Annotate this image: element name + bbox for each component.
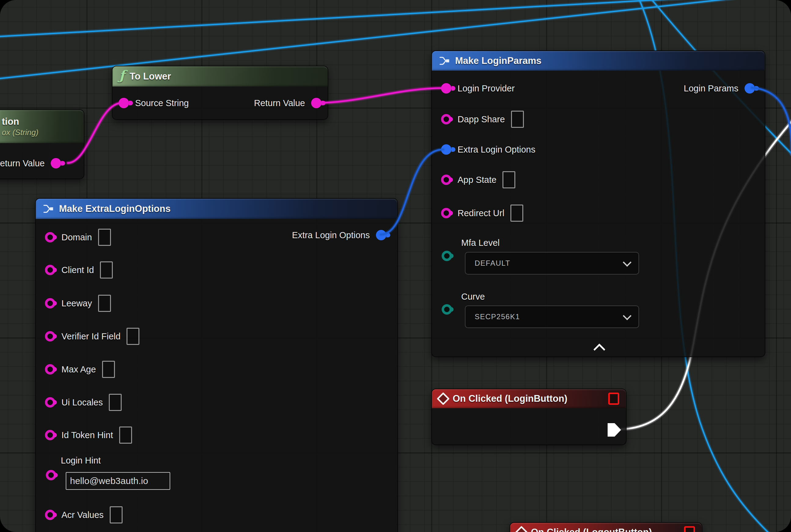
ui-locales-pin[interactable]: [45, 397, 55, 407]
node-partial-function[interactable]: tion ox (String) eturn Value: [0, 110, 84, 179]
mfa-level-value: DEFAULT: [475, 259, 510, 268]
node-on-clicked-logoutbutton-header[interactable]: On Clicked (LogoutButton): [510, 523, 702, 532]
event-icon: [515, 526, 528, 532]
curve-value: SECP256K1: [475, 312, 520, 321]
app-state-pin[interactable]: [441, 175, 451, 185]
mfa-level-label: Mfa Level: [461, 238, 500, 248]
blueprint-canvas[interactable]: tion ox (String) eturn Value ƒ To Lower …: [0, 0, 791, 532]
node-partial-function-header[interactable]: tion ox (String): [0, 110, 84, 143]
delegate-pin-icon[interactable]: [608, 393, 619, 405]
node-title: On Clicked (LoginButton): [453, 393, 567, 404]
node-on-clicked-logoutbutton[interactable]: On Clicked (LogoutButton): [509, 522, 702, 532]
dapp-share-label: Dapp Share: [458, 114, 505, 125]
max-age-value-field[interactable]: [102, 361, 115, 378]
chevron-down-icon: [623, 258, 632, 267]
app-state-value-field[interactable]: [502, 171, 515, 188]
source-string-input-pin[interactable]: [119, 98, 129, 108]
verifier-id-field-pin[interactable]: [45, 331, 55, 342]
login-params-output-pin[interactable]: [745, 83, 755, 94]
function-icon: ƒ: [119, 69, 125, 82]
login-hint-label: Login Hint: [61, 456, 101, 466]
client-id-value-field[interactable]: [100, 261, 113, 279]
curve-dropdown[interactable]: SECP256K1: [465, 305, 639, 328]
extra-login-options-input-pin[interactable]: [441, 144, 451, 155]
login-params-output-label: Login Params: [684, 83, 738, 94]
return-value-label: eturn Value: [0, 158, 45, 169]
acr-values-value-field[interactable]: [110, 506, 122, 524]
extra-login-options-output-pin[interactable]: [376, 230, 386, 240]
client-id-label: Client Id: [61, 265, 94, 275]
return-value-output-pin[interactable]: [51, 158, 61, 169]
login-hint-input[interactable]: [66, 472, 170, 490]
leeway-value-field[interactable]: [98, 295, 111, 312]
ui-locales-label: Ui Locales: [61, 397, 103, 407]
mfa-level-dropdown[interactable]: DEFAULT: [465, 252, 639, 274]
mfa-level-pin[interactable]: [442, 251, 452, 261]
verifier-id-field-value-field[interactable]: [127, 328, 139, 345]
delegate-pin-icon[interactable]: [684, 526, 695, 532]
node-title: On Clicked (LogoutButton): [531, 527, 652, 532]
redirect-url-pin[interactable]: [441, 208, 451, 218]
dapp-share-value-field[interactable]: [511, 111, 524, 128]
leeway-label: Leeway: [61, 299, 92, 308]
max-age-pin[interactable]: [45, 364, 55, 375]
ui-locales-value-field[interactable]: [109, 394, 122, 411]
make-struct-icon: [439, 56, 450, 66]
node-title-fragment: tion: [2, 116, 19, 127]
leeway-pin[interactable]: [45, 298, 55, 308]
acr-values-pin[interactable]: [45, 510, 55, 520]
id-token-hint-label: Id Token Hint: [61, 430, 113, 440]
login-provider-pin[interactable]: [441, 83, 451, 94]
max-age-label: Max Age: [61, 364, 96, 375]
extra-login-options-output-label: Extra Login Options: [292, 230, 370, 240]
source-string-label: Source String: [135, 98, 189, 108]
acr-values-label: Acr Values: [61, 510, 103, 520]
redirect-url-value-field[interactable]: [510, 205, 523, 222]
node-make-extraloginoptions-header[interactable]: Make ExtraLoginOptions: [36, 199, 397, 219]
node-to-lower[interactable]: ƒ To Lower Source String Return Value: [112, 66, 328, 120]
node-make-loginparams[interactable]: Make LoginParams Login Params Login Prov…: [431, 51, 765, 357]
return-value-output-pin[interactable]: [311, 98, 322, 108]
verifier-id-field-label: Verifier Id Field: [61, 331, 120, 342]
node-make-loginparams-header[interactable]: Make LoginParams: [432, 51, 765, 71]
make-struct-icon: [42, 204, 54, 214]
chevron-down-icon: [623, 311, 632, 320]
node-on-clicked-loginbutton-header[interactable]: On Clicked (LoginButton): [432, 389, 626, 408]
curve-label: Curve: [461, 292, 485, 302]
node-title: Make ExtraLoginOptions: [59, 203, 171, 214]
redirect-url-label: Redirect Url: [458, 208, 504, 218]
wire-blue-top-1: [0, 0, 709, 37]
node-make-extraloginoptions[interactable]: Make ExtraLoginOptions Extra Login Optio…: [35, 198, 398, 532]
domain-label: Domain: [61, 232, 92, 243]
node-to-lower-header[interactable]: ƒ To Lower: [113, 66, 328, 87]
collapse-node-chevron[interactable]: [593, 343, 605, 356]
login-hint-pin[interactable]: [46, 470, 56, 480]
node-subtitle-fragment: ox (String): [2, 128, 39, 137]
node-title: To Lower: [130, 71, 171, 82]
login-provider-label: Login Provider: [458, 83, 515, 94]
domain-value-field[interactable]: [98, 229, 111, 246]
node-on-clicked-loginbutton[interactable]: On Clicked (LoginButton): [431, 388, 626, 445]
event-icon: [437, 392, 449, 405]
id-token-hint-pin[interactable]: [45, 430, 55, 440]
exec-output-pin[interactable]: [607, 423, 621, 437]
node-title: Make LoginParams: [455, 55, 542, 66]
client-id-pin[interactable]: [45, 265, 55, 275]
dapp-share-pin[interactable]: [441, 114, 451, 125]
wire-tolower-to-loginprovider: [314, 88, 444, 103]
id-token-hint-value-field[interactable]: [119, 426, 132, 444]
domain-pin[interactable]: [45, 232, 55, 243]
app-state-label: App State: [458, 175, 496, 185]
curve-pin[interactable]: [442, 304, 452, 315]
extra-login-options-label: Extra Login Options: [458, 145, 536, 155]
return-value-label: Return Value: [254, 98, 305, 108]
